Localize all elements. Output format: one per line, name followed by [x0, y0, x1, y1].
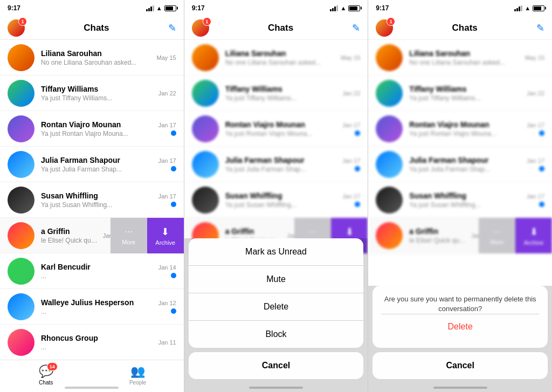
chat-time: Jan 17: [342, 157, 360, 164]
chat-list-item[interactable]: Liliana Sarouhan No one Liliana Sarouhan…: [0, 40, 184, 75]
tab-people[interactable]: 👥 People: [92, 360, 183, 390]
page-title: Chats: [84, 23, 109, 33]
battery-icon: [164, 5, 176, 11]
chat-list-item[interactable]: Rontan Viajro Mounan Ya just Rontan Viaj…: [368, 111, 552, 147]
chat-preview: Ya just Julia Farman Shap...: [225, 166, 339, 173]
compose-icon[interactable]: ✎: [352, 22, 360, 34]
phone-panel-2: 9:17 ▲ 1 Chats ✎ Liliana Sarouhan: [184, 0, 369, 392]
chat-avatar: [8, 187, 34, 214]
chat-content: a Griffin le Elise! Quick question for y…: [41, 227, 99, 244]
chat-meta: Jan 17: [158, 193, 176, 207]
chat-avatar: [192, 44, 219, 71]
chat-list-item[interactable]: Walleye Julius Hesperson ... Jan 12: [0, 289, 184, 325]
chat-content: Susan Whiffling Ya just Susan Whiffling.…: [409, 191, 522, 209]
chat-list-item[interactable]: Julia Farman Shapour Ya just Julia Farma…: [368, 147, 552, 182]
unread-indicator: [539, 130, 544, 136]
chat-time: Jan 15: [471, 232, 489, 239]
alert-overlay: Are you sure you want to permanently del…: [368, 286, 552, 392]
chat-time: Jan 15: [287, 232, 305, 239]
chat-name: Susan Whiffling: [225, 191, 339, 200]
compose-icon[interactable]: ✎: [168, 22, 176, 34]
chat-avatar: [8, 222, 34, 249]
chat-avatar: [8, 293, 34, 320]
unread-indicator: [171, 202, 176, 207]
alert-message: Are you sure you want to permanently del…: [381, 294, 539, 314]
chat-preview: Ya just Tiffany Williams...: [225, 94, 339, 102]
action-sheet-item[interactable]: Delete: [189, 293, 364, 321]
chat-list-item[interactable]: Rontan Viajro Mounan Ya just Rontan Viaj…: [0, 111, 184, 147]
swipe-actions: ··· More ⬇ Archive: [479, 218, 552, 253]
chat-content: Liliana Sarouhan No one Liliana Sarouhan…: [41, 49, 153, 66]
chat-name: Liliana Sarouhan: [409, 49, 521, 58]
chat-name: Susan Whiffling: [41, 191, 154, 200]
chat-name: Karl Bencudir: [41, 263, 154, 271]
chat-content: Tiffany Williams Ya just Tiffany William…: [409, 85, 522, 102]
wifi-icon: ▲: [156, 5, 162, 11]
chat-preview: Ya just Julia Farman Shap...: [409, 166, 522, 173]
chat-list-item[interactable]: a Griffin le Elise! Quick question for y…: [368, 218, 552, 253]
chat-preview: Ya just Susan Whiffling...: [409, 201, 522, 209]
chat-avatar: [8, 258, 34, 285]
chat-name: Julia Farman Shapour: [409, 156, 522, 164]
alert-cancel-button[interactable]: Cancel: [372, 352, 548, 379]
wifi-icon: ▲: [340, 5, 346, 11]
chat-meta: May 15: [525, 54, 544, 61]
profile-avatar[interactable]: 1: [192, 19, 209, 37]
chat-list-item[interactable]: Tiffany Williams Ya just Tiffany William…: [184, 75, 368, 111]
tab-chats[interactable]: 💬 14 Chats: [0, 360, 92, 390]
chats-icon: 💬 14: [39, 365, 53, 379]
chat-preview: Ya just Rontan Viajro Mouna...: [41, 130, 154, 137]
chat-time: Jan 14: [158, 264, 176, 271]
chat-list-item[interactable]: Tiffany Williams Ya just Tiffany William…: [368, 75, 552, 111]
more-button[interactable]: ··· More: [111, 218, 147, 253]
chat-meta: Jan 17: [527, 157, 544, 171]
action-sheet-cancel[interactable]: Cancel: [189, 352, 364, 379]
chat-list-item[interactable]: Tiffany Williams Ya just Tiffany William…: [0, 75, 184, 111]
chat-list-item[interactable]: a Griffin le Elise! Quick question for y…: [0, 218, 184, 253]
status-icons: ▲: [330, 5, 360, 11]
archive-button[interactable]: ⬇ Archive: [515, 218, 552, 253]
status-time: 9:17: [376, 4, 389, 12]
chat-time: Jan 17: [527, 193, 544, 200]
chat-list-item[interactable]: Liliana Sarouhan No one Liliana Sarouhan…: [184, 40, 368, 75]
chat-content: Tiffany Williams Ya just Tiffany William…: [41, 85, 154, 102]
archive-button[interactable]: ⬇ Archive: [147, 218, 184, 253]
chat-time: Jan 22: [527, 90, 544, 97]
chat-list-item[interactable]: Julia Farman Shapour Ya just Julia Farma…: [184, 147, 368, 182]
unread-indicator: [171, 273, 176, 278]
more-icon: ···: [493, 226, 501, 237]
chat-preview: Ya just Julia Farman Shap...: [41, 166, 154, 173]
action-sheet-item[interactable]: Mark as Unread: [189, 238, 364, 266]
more-icon: ···: [125, 226, 133, 237]
unread-indicator: [539, 166, 544, 171]
profile-avatar[interactable]: 1: [376, 19, 393, 37]
action-sheet-item[interactable]: Block: [189, 321, 364, 348]
chat-preview: le Elise! Quick question for y...: [41, 237, 99, 244]
chat-time: Jan 11: [158, 339, 176, 346]
more-label: More: [490, 239, 503, 245]
chat-meta: Jan 17: [342, 157, 360, 171]
chat-time: Jan 17: [158, 122, 176, 128]
chat-list-item[interactable]: Susan Whiffling Ya just Susan Whiffling.…: [184, 182, 368, 218]
chat-list-item[interactable]: Julia Farman Shapour Ya just Julia Farma…: [0, 147, 184, 182]
chat-name: Julia Farman Shapour: [225, 156, 339, 164]
chat-list-item[interactable]: Liliana Sarouhan No one Liliana Sarouhan…: [368, 40, 552, 75]
unread-indicator: [539, 202, 544, 207]
chat-list-item[interactable]: Rontan Viajro Mounan Ya just Rontan Viaj…: [184, 111, 368, 147]
chat-preview: Ya just Susan Whiffling...: [41, 201, 154, 209]
profile-avatar[interactable]: 1: [8, 19, 25, 37]
chat-meta: Jan 17: [342, 122, 360, 136]
chat-content: Julia Farman Shapour Ya just Julia Farma…: [225, 156, 339, 173]
chat-list-item[interactable]: Susan Whiffling Ya just Susan Whiffling.…: [0, 182, 184, 218]
chat-list-item[interactable]: Karl Bencudir ... Jan 14: [0, 253, 184, 289]
chat-name: Julia Farman Shapour: [41, 156, 154, 164]
chat-meta: May 15: [157, 54, 176, 61]
alert-delete-button[interactable]: Delete: [381, 314, 539, 339]
chat-list-item[interactable]: Rhoncus Group ... Jan 11: [0, 325, 184, 360]
more-button[interactable]: ··· More: [479, 218, 515, 253]
chat-meta: Jan 17: [342, 193, 360, 207]
compose-icon[interactable]: ✎: [536, 22, 544, 34]
chat-content: Liliana Sarouhan No one Liliana Sarouhan…: [225, 49, 337, 66]
chat-list-item[interactable]: Susan Whiffling Ya just Susan Whiffling.…: [368, 182, 552, 218]
action-sheet-item[interactable]: Mute: [189, 266, 364, 293]
